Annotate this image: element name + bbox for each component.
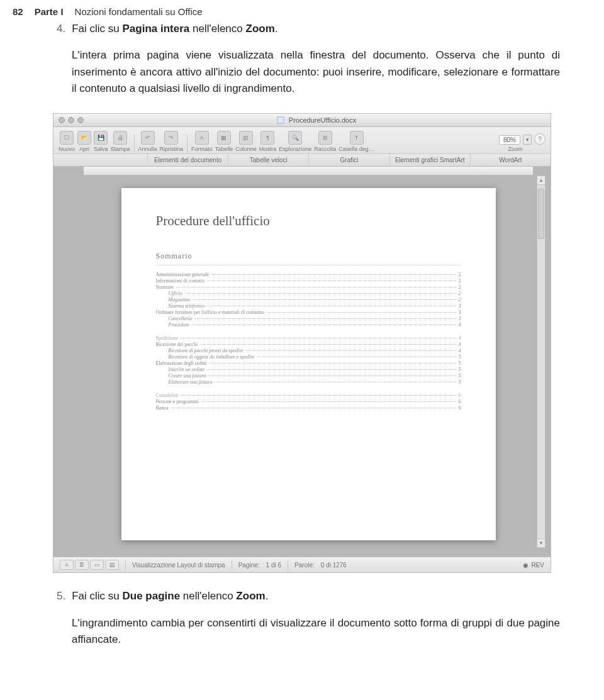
secondary-tabs: Elementi del documentoTabelle velociGraf… <box>53 154 551 167</box>
scroll-down-icon[interactable]: ▼ <box>537 538 545 547</box>
paragraph-1: L'intera prima pagina viene visualizzata… <box>0 43 604 107</box>
toc-row: Ordinare forniture per l'ufficio e mater… <box>156 309 461 315</box>
toc-row: Banca6 <box>156 405 461 411</box>
step-text: Fai clic su Pagina intera nell'elenco Zo… <box>72 21 277 37</box>
toolbar-annulla[interactable]: ↶Annulla <box>138 131 157 152</box>
toc-row: Cancelleria3 <box>156 316 461 321</box>
main-toolbar: ☐Nuovo📂Apri💾Salva🖨Stampa↶Annulla↷Riprist… <box>53 127 551 154</box>
toc-row: Contabilità6 <box>156 392 461 398</box>
toolbar-tabelle[interactable]: ▦Tabelle <box>215 131 233 152</box>
document-name: ProcedureUfficio.docx <box>87 116 545 124</box>
view-layout-icon[interactable]: ▭ <box>90 560 104 570</box>
step-number: 5. <box>57 588 65 604</box>
view-buttons[interactable]: ≡ ≣ ▭ ▤ <box>60 560 119 570</box>
view-outline-icon[interactable]: ≣ <box>75 560 89 570</box>
running-head: 82 Parte I Nozioni fondamentali su Offic… <box>0 0 604 21</box>
view-normal-icon[interactable]: ≡ <box>60 560 74 570</box>
toolbar-stampa[interactable]: 🖨Stampa <box>111 131 130 152</box>
toolbar-icon: T <box>350 131 364 145</box>
zoom-control[interactable]: 80%▾Zoom <box>499 135 532 152</box>
view-notebook-icon[interactable]: ▤ <box>105 560 119 570</box>
view-mode-label: Visualizzazione Layout di stampa <box>132 562 225 569</box>
toolbar-icon: ¶ <box>260 131 274 145</box>
toc-row: Strutture2 <box>156 284 461 290</box>
paragraph-2: L'ingrandimento cambia per consentirti d… <box>0 611 604 658</box>
toolbar-icon: ↷ <box>164 131 178 145</box>
step-text: Fai clic su Due pagine nell'elenco Zoom. <box>72 588 268 604</box>
chevron-down-icon[interactable]: ▾ <box>523 135 532 145</box>
toc-row: Elaborare una fattura5 <box>156 379 461 385</box>
document-page[interactable]: Procedure dell'ufficio Sommario Amminist… <box>121 188 496 540</box>
title-bar: ProcedureUfficio.docx <box>53 114 551 127</box>
words-label: Parole: <box>294 562 315 569</box>
toolbar-icon: ⊞ <box>318 131 332 145</box>
horizontal-ruler[interactable] <box>84 167 533 175</box>
toolbar-icon: ▥ <box>239 131 253 145</box>
window-controls[interactable] <box>59 117 84 123</box>
toolbar-formato[interactable]: AFormato <box>191 131 213 152</box>
word-window: ProcedureUfficio.docx ☐Nuovo📂Apri💾Salva🖨… <box>53 113 551 573</box>
toolbar-apri[interactable]: 📂Apri <box>77 131 91 152</box>
toolbar-icon: A <box>195 131 209 145</box>
toc-row: Ricezione di pacchi pronti da spedire4 <box>156 348 461 353</box>
toolbar-esplorazione[interactable]: 🔍Esplorazione <box>279 131 311 152</box>
zoom-icon[interactable] <box>77 117 84 123</box>
toolbar-icon: 📂 <box>77 131 91 145</box>
toolbar-nuovo[interactable]: ☐Nuovo <box>59 131 75 152</box>
pages-label: Pagine: <box>238 562 260 569</box>
scroll-thumb[interactable] <box>538 189 544 239</box>
close-icon[interactable] <box>59 117 65 123</box>
bullet-icon: ◉ <box>523 562 528 569</box>
tab-wordart[interactable]: WordArt <box>471 154 551 166</box>
toc-row: Magazzino2 <box>156 297 461 303</box>
toc-row: Ufficio2 <box>156 291 461 296</box>
toolbar-icon: 🔍 <box>288 131 302 145</box>
toolbar-colonne[interactable]: ▥Colonne <box>235 131 257 152</box>
help-button[interactable]: ? <box>534 133 545 152</box>
page-number: 82 <box>13 6 23 17</box>
track-changes-indicator[interactable]: ◉ REV <box>523 562 544 569</box>
vertical-scrollbar[interactable]: ▲ ▼ <box>537 175 545 548</box>
table-of-contents: Amministrazione generale2Informazioni di… <box>156 272 461 411</box>
toc-row: Elaborazione degli ordini5 <box>156 360 461 366</box>
toolbar-icon: 💾 <box>94 131 108 145</box>
pages-value: 1 di 6 <box>266 562 281 569</box>
toc-row: Procedure4 <box>156 322 461 328</box>
toc-row: Inserire un ordine5 <box>156 367 461 372</box>
help-icon: ? <box>534 133 545 145</box>
scroll-up-icon[interactable]: ▲ <box>537 176 545 185</box>
part-title: Nozioni fondamentali su Office <box>75 6 203 17</box>
toc-row: Amministrazione generale2 <box>156 272 461 277</box>
tab-elementi-grafici-smartart[interactable]: Elementi grafici SmartArt <box>390 154 471 166</box>
step-number: 4. <box>57 21 65 37</box>
toc-row: Ricezione dei pacchi4 <box>156 342 461 347</box>
document-icon <box>277 116 284 124</box>
part-label: Parte I <box>35 6 64 17</box>
doc-title: Procedure dell'ufficio <box>156 213 461 229</box>
toolbar-casella deg…[interactable]: TCasella deg… <box>338 131 374 152</box>
toolbar-mostra[interactable]: ¶Mostra <box>259 131 277 152</box>
status-bar: ≡ ≣ ▭ ▤ Visualizzazione Layout di stampa… <box>53 557 551 572</box>
toolbar-raccolta[interactable]: ⊞Raccolta <box>314 131 336 152</box>
svg-rect-0 <box>277 117 284 123</box>
toc-row: Creare una fattura5 <box>156 373 461 379</box>
minimize-icon[interactable] <box>68 117 74 123</box>
toc-row: Spedizione4 <box>156 335 461 341</box>
toc-row: Sistema telefonico3 <box>156 303 461 309</box>
toc-row: Ricezione di oggetti da imballare e sped… <box>156 354 461 360</box>
toolbar-icon: ☐ <box>60 131 74 145</box>
step-4: 4. Fai clic su Pagina intera nell'elenco… <box>0 21 604 43</box>
toolbar-ripristina[interactable]: ↷Ripristina <box>160 131 184 152</box>
tab-grafici[interactable]: Grafici <box>309 154 389 166</box>
tab-tabelle-veloci[interactable]: Tabelle veloci <box>228 154 309 166</box>
toc-row: Persone e programmi6 <box>156 399 461 404</box>
toc-heading: Sommario <box>156 252 461 261</box>
scroll-track[interactable] <box>537 185 545 538</box>
step-5: 5. Fai clic su Due pagine nell'elenco Zo… <box>0 588 604 611</box>
toc-row: Informazioni di contatto2 <box>156 278 461 284</box>
words-value: 0 di 1276 <box>321 562 347 569</box>
toolbar-salva[interactable]: 💾Salva <box>94 131 108 152</box>
toolbar-icon: 🖨 <box>113 131 127 145</box>
tab-elementi-del-documento[interactable]: Elementi del documento <box>148 154 228 166</box>
workspace: Procedure dell'ufficio Sommario Amminist… <box>53 167 551 557</box>
